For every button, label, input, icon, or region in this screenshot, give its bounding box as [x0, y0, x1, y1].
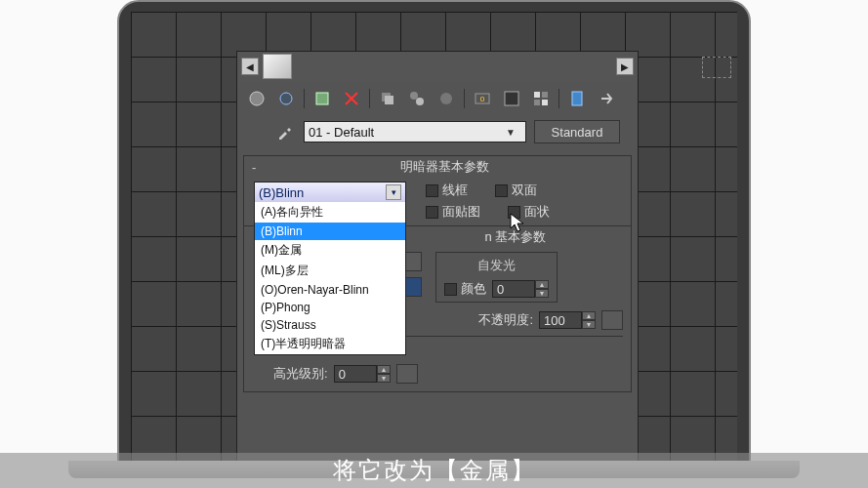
- swatch-nav-row: ◀ ▶: [237, 52, 638, 81]
- svg-point-1: [280, 93, 292, 104]
- specular-level-spinner[interactable]: 0 ▴▾: [334, 365, 391, 383]
- separator: [558, 89, 559, 108]
- checkbox-two-sided[interactable]: 双面: [495, 182, 537, 199]
- shader-option[interactable]: (M)金属: [255, 240, 405, 261]
- screen: ◀ ▶ 0: [131, 12, 737, 465]
- separator: [369, 89, 370, 108]
- checkbox-wire[interactable]: 线框: [426, 182, 468, 199]
- shader-option[interactable]: (B)Blinn: [255, 223, 405, 240]
- shader-option[interactable]: (O)Oren-Nayar-Blinn: [255, 281, 405, 299]
- delete-icon[interactable]: [340, 87, 363, 110]
- shade-options: 线框 双面 面贴图 面状: [426, 182, 550, 221]
- svg-point-7: [440, 93, 452, 104]
- shader-option[interactable]: (S)Strauss: [255, 316, 405, 334]
- specular-level-label: 高光级别:: [273, 365, 328, 383]
- svg-rect-12: [542, 92, 548, 98]
- svg-rect-4: [385, 96, 393, 104]
- shader-type-dropdown[interactable]: (B)Blinn ▾ (A)各向异性 (B)Blinn (M)金属 (ML)多层…: [254, 182, 406, 355]
- rollup-title-text: 明暗器基本参数: [266, 158, 623, 176]
- separator: [464, 89, 465, 108]
- material-swatch[interactable]: [263, 54, 292, 79]
- shader-option[interactable]: (P)Phong: [255, 299, 405, 316]
- svg-rect-13: [534, 100, 540, 105]
- svg-point-6: [416, 98, 424, 105]
- material-type-button[interactable]: Standard: [534, 120, 620, 143]
- checkbox-color[interactable]: 颜色: [444, 280, 486, 298]
- get-material-icon[interactable]: [245, 87, 269, 110]
- checkbox-face-map[interactable]: 面贴图: [426, 203, 480, 221]
- svg-rect-2: [316, 93, 328, 104]
- shader-option-list: (A)各向异性 (B)Blinn (M)金属 (ML)多层 (O)Oren-Na…: [255, 202, 405, 354]
- svg-rect-15: [572, 92, 582, 105]
- shader-option[interactable]: (T)半透明明暗器: [255, 334, 405, 354]
- material-name-row: 01 - Default ▼ Standard: [237, 116, 638, 151]
- svg-rect-10: [505, 92, 518, 105]
- copy-icon[interactable]: [376, 87, 399, 110]
- put-to-library-icon[interactable]: [434, 87, 458, 110]
- show-end-result-icon[interactable]: [529, 87, 553, 110]
- material-editor-panel: ◀ ▶ 0: [236, 51, 639, 467]
- separator: [304, 89, 305, 108]
- shader-option[interactable]: (ML)多层: [255, 261, 405, 281]
- collapse-icon: -: [252, 160, 266, 175]
- checkbox-faceted[interactable]: 面状: [508, 203, 550, 221]
- go-forward-icon[interactable]: [595, 87, 618, 110]
- material-name-text: 01 - Default: [309, 125, 374, 140]
- material-name-dropdown[interactable]: 01 - Default ▼: [304, 121, 526, 142]
- svg-point-0: [250, 92, 264, 105]
- subtitle-caption: 将它改为【金属】: [0, 453, 868, 488]
- material-toolbar: 0: [237, 81, 638, 116]
- rollup-header[interactable]: - 明暗器基本参数: [244, 156, 631, 178]
- spacer: [296, 54, 612, 79]
- eyedropper-icon[interactable]: [274, 121, 296, 142]
- self-illumination-group: 自发光 颜色 0 ▴▾: [435, 252, 558, 303]
- prev-swatch-button[interactable]: ◀: [241, 58, 259, 75]
- side-toolbox: [702, 57, 731, 78]
- dropdown-arrow-icon: ▼: [506, 127, 521, 138]
- shader-dropdown-header[interactable]: (B)Blinn ▾: [255, 183, 405, 202]
- next-swatch-button[interactable]: ▶: [616, 58, 634, 75]
- self-illum-spinner[interactable]: 0 ▴▾: [492, 280, 549, 298]
- put-to-scene-icon[interactable]: [274, 87, 298, 110]
- opacity-spinner[interactable]: 100 ▴▾: [539, 311, 596, 329]
- show-in-viewport-icon[interactable]: [500, 87, 523, 110]
- shader-selected: (B)Blinn: [259, 185, 304, 200]
- svg-point-5: [410, 92, 418, 100]
- svg-rect-11: [534, 92, 540, 98]
- shader-option[interactable]: (A)各向异性: [255, 202, 405, 223]
- opacity-map-button[interactable]: [601, 310, 623, 330]
- go-parent-icon[interactable]: [565, 87, 589, 110]
- svg-text:0: 0: [480, 95, 485, 103]
- chevron-down-icon: ▾: [386, 184, 401, 200]
- specular-level-map-button[interactable]: [396, 364, 418, 384]
- make-unique-icon[interactable]: [405, 87, 429, 110]
- self-illum-title: 自发光: [444, 257, 549, 274]
- material-id-icon[interactable]: 0: [471, 87, 494, 110]
- svg-rect-14: [542, 100, 548, 105]
- laptop-frame: ◀ ▶ 0: [117, 0, 751, 467]
- opacity-label: 不透明度:: [478, 311, 533, 329]
- assign-icon[interactable]: [310, 87, 334, 110]
